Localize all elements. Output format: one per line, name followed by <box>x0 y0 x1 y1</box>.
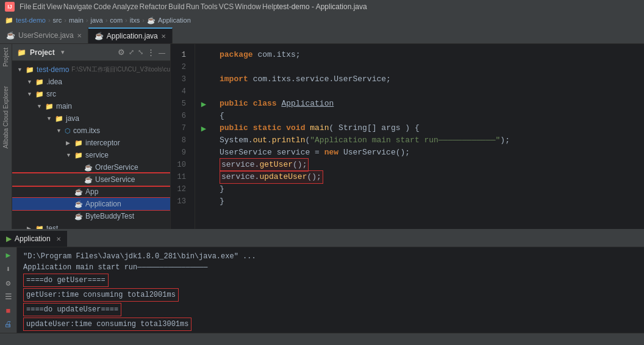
menu-bar: File Edit View Navigate Code Analyze Ref… <box>20 2 277 11</box>
run-scroll-down-button[interactable]: ⬇ <box>2 264 15 275</box>
breadcrumb-application[interactable]: Application <box>158 16 191 24</box>
menu-file[interactable]: File <box>20 2 31 11</box>
breadcrumb-project[interactable]: test-demo <box>16 16 46 24</box>
menu-code[interactable]: Code <box>93 2 111 11</box>
tree-arrow-src: ▼ <box>27 91 35 97</box>
breadcrumb-src[interactable]: src <box>53 16 62 24</box>
tree-item-userservice[interactable]: ☕ UserService <box>12 173 170 186</box>
run-output-line-3: ====do getUser==== <box>23 273 638 288</box>
code-line-12: } <box>220 183 637 195</box>
editor-tabs: ☕ UserService.java ✕ ☕ Application.java … <box>0 27 644 44</box>
gutter-2 <box>195 61 212 73</box>
sidebar-collapse-icon[interactable]: ⤡ <box>138 48 143 56</box>
gutter-10 <box>195 159 212 171</box>
run-stop-button[interactable]: ■ <box>2 305 15 317</box>
interceptor-icon: 📁 <box>74 139 83 147</box>
menu-analyze[interactable]: Analyze <box>112 2 138 11</box>
breadcrumb-project-icon: 📁 <box>5 16 13 24</box>
sidebar-project-label[interactable]: Project <box>2 44 9 70</box>
breadcrumb-java[interactable]: java <box>90 16 102 24</box>
line-5: 5 <box>171 98 190 110</box>
gutter-6 <box>195 110 212 122</box>
run-updateuser-box: ====do updateUser==== <box>23 303 121 316</box>
tree-item-service[interactable]: ▼ 📁 service <box>12 149 170 161</box>
gutter-5-run[interactable]: ▶ <box>195 98 212 110</box>
menu-edit[interactable]: Edit <box>32 2 45 11</box>
sidebar-dropdown[interactable]: ▾ <box>61 48 65 56</box>
breadcrumb-icon: ☕ <box>147 16 156 24</box>
vertical-sidebar: Project Alibaba Cloud Explorer <box>0 44 12 229</box>
tree-item-idea[interactable]: ▼ 📁 .idea <box>12 76 170 88</box>
line-6: 6 <box>171 110 190 122</box>
sidebar-close-icon[interactable]: — <box>159 49 165 56</box>
menu-refactor[interactable]: Refactor <box>140 2 167 11</box>
run-restart-button[interactable]: ▶ <box>2 250 15 261</box>
run-start-text: Application main start run——————————————… <box>23 262 207 273</box>
line-12: 12 <box>171 183 190 195</box>
run-print-button[interactable]: 🖨 <box>2 319 15 330</box>
menu-help[interactable]: Help <box>262 2 277 11</box>
menu-window[interactable]: Window <box>235 2 261 11</box>
project-icon: 📁 <box>17 48 26 57</box>
code-editor[interactable]: package com.itxs; import com.itxs.servic… <box>212 44 644 229</box>
tree-item-comitxs[interactable]: ▼ ⬡ com.itxs <box>12 125 170 137</box>
status-bar <box>0 333 644 345</box>
tab-userservice[interactable]: ☕ UserService.java ✕ <box>0 27 88 43</box>
code-line-6: { <box>220 110 637 122</box>
app-icon: ☕ <box>74 188 83 196</box>
menu-run[interactable]: Run <box>186 2 199 11</box>
tree-item-bytebuddy[interactable]: ☕ ByteBuddyTest <box>12 210 170 222</box>
tree-item-java[interactable]: ▼ 📁 java <box>12 112 170 125</box>
menu-build[interactable]: Build <box>168 2 185 11</box>
run-settings-button[interactable]: ⚙ <box>2 277 15 289</box>
run-layout-button[interactable]: ☰ <box>2 291 15 303</box>
line-8: 8 <box>171 134 190 147</box>
tree-item-application[interactable]: ☕ Application <box>12 198 170 210</box>
userservice-tab-close[interactable]: ✕ <box>77 32 82 39</box>
editor-area: 1 2 3 4 5 6 7 8 9 10 11 12 13 ▶ <box>171 44 644 229</box>
tree-item-main[interactable]: ▼ 📁 main <box>12 100 170 112</box>
menu-view[interactable]: View <box>46 2 62 11</box>
tree-label-bytebuddy: ByteBuddyTest <box>85 212 134 220</box>
run-tab-close[interactable]: ✕ <box>56 236 61 242</box>
menu-vcs[interactable]: VCS <box>219 2 234 11</box>
breadcrumb-main[interactable]: main <box>69 16 84 24</box>
gutter-1 <box>195 49 212 61</box>
run-panel: ▶ Application ✕ ▶ ⬇ ⚙ ☰ ■ 🖨 "D:\Program … <box>0 229 644 333</box>
java-folder-icon: 📁 <box>55 115 63 123</box>
tree-label-main: main <box>56 102 72 111</box>
tree-item-src[interactable]: ▼ 📁 src <box>12 88 170 100</box>
tree-item-orderservice[interactable]: ☕ OrderService <box>12 161 170 173</box>
tree-item-interceptor[interactable]: ▶ 📁 interceptor <box>12 137 170 149</box>
menu-tools[interactable]: Tools <box>201 2 218 11</box>
tab-application[interactable]: ☕ Application.java ✕ <box>88 27 173 43</box>
run-output-line-1: "D:\Program Files\Java\jdk1.8.0_281\bin\… <box>23 251 638 262</box>
tree-item-test[interactable]: ▶ 📁 test <box>12 222 170 229</box>
run-tab-application[interactable]: ▶ Application ✕ <box>0 231 67 247</box>
gutter: ▶ ▶ <box>195 44 212 229</box>
userservice-tab-icon: ☕ <box>6 31 15 40</box>
run-output-line-6: updateUser:time consuming total3001ms <box>23 317 638 332</box>
src-icon: 📁 <box>35 90 44 98</box>
application-tab-label: Application.java <box>107 32 158 40</box>
tree-label-interceptor: interceptor <box>85 139 120 147</box>
tree-item-app[interactable]: ☕ App <box>12 186 170 198</box>
sidebar-expand-icon[interactable]: ⤢ <box>129 48 134 56</box>
tree-item-testdemo[interactable]: ▼ 📁 test-demo F:\SVN工作项目\CU\CU_V3\tools\… <box>12 64 170 76</box>
tree-arrow: ▼ <box>17 67 26 73</box>
application-icon: ☕ <box>74 200 83 208</box>
run-content: ▶ ⬇ ⚙ ☰ ■ 🖨 "D:\Program Files\Java\jdk1.… <box>0 247 644 333</box>
breadcrumb-com[interactable]: com <box>110 16 123 24</box>
run-tab-label: Application <box>15 234 51 243</box>
application-tab-close[interactable]: ✕ <box>161 33 166 40</box>
sidebar-cloud-label[interactable]: Alibaba Cloud Explorer <box>2 82 9 152</box>
breadcrumb-itxs[interactable]: itxs <box>130 16 140 24</box>
line-13: 13 <box>171 195 190 208</box>
sidebar-more-icon[interactable]: ⋮ <box>147 48 155 57</box>
sidebar-settings-icon[interactable]: ⚙ <box>118 48 125 57</box>
menu-navigate[interactable]: Navigate <box>63 2 92 11</box>
code-line-2 <box>220 61 637 73</box>
line-7: 7 <box>171 122 190 134</box>
line-2: 2 <box>171 61 190 73</box>
gutter-7-run[interactable]: ▶ <box>195 122 212 134</box>
